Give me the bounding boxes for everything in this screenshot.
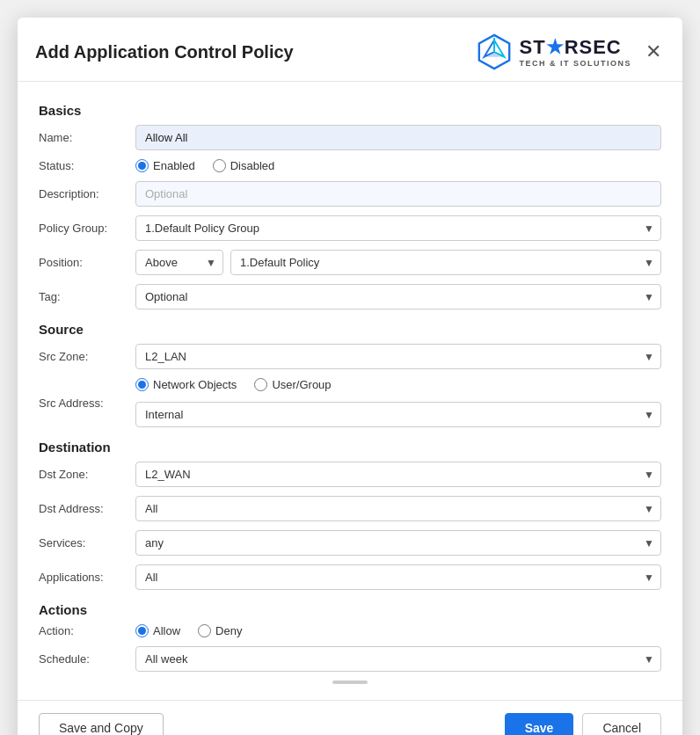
src-address-block: Network Objects User/Group Internal ▼ [135, 378, 661, 427]
position-control: Above ▼ 1.Default Policy ▼ [135, 250, 661, 275]
tag-row: Tag: Optional ▼ [39, 284, 661, 309]
dialog-body: Basics Name: Status: Enabled Disabled [18, 82, 682, 691]
actions-section-title: Actions [39, 602, 661, 617]
dst-address-select-wrapper: All ▼ [135, 496, 661, 521]
services-label: Services: [39, 536, 135, 549]
policy-group-row: Policy Group: 1.Default Policy Group ▼ [39, 215, 661, 241]
services-row: Services: any ▼ [39, 530, 661, 556]
action-deny-text: Deny [215, 624, 242, 637]
applications-label: Applications: [39, 571, 135, 584]
action-deny-radio[interactable] [198, 624, 211, 637]
src-address-label: Src Address: [39, 397, 135, 410]
dst-zone-select-wrapper: L2_WAN ▼ [135, 462, 661, 487]
dialog-title: Add Application Control Policy [35, 42, 294, 62]
tag-control: Optional ▼ [135, 284, 661, 309]
position-policy-select[interactable]: 1.Default Policy [230, 250, 661, 275]
services-select[interactable]: any [135, 530, 661, 556]
source-section-title: Source [39, 322, 661, 337]
src-zone-select[interactable]: L2_LAN [135, 344, 661, 369]
header-right: ST★RSEC TECH & IT SOLUTIONS ✕ [476, 33, 666, 70]
logo-star: ★ [546, 36, 565, 58]
src-addr-network-label[interactable]: Network Objects [135, 378, 237, 391]
action-allow-text: Allow [153, 624, 180, 637]
policy-group-label: Policy Group: [39, 222, 135, 235]
description-label: Description: [39, 187, 135, 200]
action-deny-label[interactable]: Deny [198, 624, 242, 637]
policy-group-control: 1.Default Policy Group ▼ [135, 215, 661, 241]
applications-row: Applications: All ▼ [39, 564, 661, 590]
dst-address-row: Dst Address: All ▼ [39, 496, 661, 521]
schedule-control: All week ▼ [135, 646, 661, 672]
action-row: Action: Allow Deny [39, 624, 661, 637]
services-select-wrapper: any ▼ [135, 530, 661, 556]
src-zone-label: Src Zone: [39, 350, 135, 363]
src-address-value-wrapper: Internal ▼ [135, 402, 661, 427]
dst-address-select[interactable]: All [135, 496, 661, 521]
policy-group-select-wrapper: 1.Default Policy Group ▼ [135, 215, 661, 241]
applications-control: All ▼ [135, 564, 661, 590]
action-control: Allow Deny [135, 624, 661, 637]
save-button[interactable]: Save [505, 713, 574, 735]
logo-text: ST★RSEC TECH & IT SOLUTIONS [520, 36, 632, 68]
schedule-label: Schedule: [39, 652, 135, 666]
dialog-header: Add Application Control Policy ST★RSEC T… [18, 18, 682, 82]
starsec-logo-icon [476, 33, 513, 70]
src-address-value-select[interactable]: Internal [135, 402, 661, 427]
tag-label: Tag: [39, 290, 135, 303]
logo-name: ST★RSEC [520, 36, 632, 59]
src-zone-control: L2_LAN ▼ [135, 344, 661, 369]
policy-group-select[interactable]: 1.Default Policy Group [135, 215, 661, 241]
src-zone-row: Src Zone: L2_LAN ▼ [39, 344, 661, 369]
schedule-row: Schedule: All week ▼ [39, 646, 661, 672]
src-addr-radio-group: Network Objects User/Group [135, 378, 661, 391]
position-selects: Above ▼ 1.Default Policy ▼ [135, 250, 661, 275]
save-copy-button[interactable]: Save and Copy [39, 713, 164, 735]
action-radio-group: Allow Deny [135, 624, 661, 637]
status-disabled-radio[interactable] [213, 159, 226, 172]
description-input[interactable] [135, 181, 661, 207]
src-addr-user-label[interactable]: User/Group [254, 378, 331, 391]
services-control: any ▼ [135, 530, 661, 556]
dst-zone-label: Dst Zone: [39, 468, 135, 481]
applications-select[interactable]: All [135, 564, 661, 590]
status-label: Status: [39, 159, 135, 172]
status-radio-group: Enabled Disabled [135, 159, 661, 172]
name-control [135, 125, 661, 150]
src-addr-network-text: Network Objects [153, 378, 237, 391]
description-control [135, 181, 661, 207]
schedule-select[interactable]: All week [135, 646, 661, 672]
src-addr-user-radio[interactable] [254, 378, 267, 391]
status-enabled-radio[interactable] [135, 159, 149, 172]
logo-sub: TECH & IT SOLUTIONS [520, 59, 632, 68]
logo-area: ST★RSEC TECH & IT SOLUTIONS [476, 33, 632, 70]
dialog-footer: Save and Copy Save Cancel [18, 700, 682, 735]
position-above-wrapper: Above ▼ [135, 250, 223, 275]
action-allow-radio[interactable] [135, 624, 149, 637]
name-input[interactable] [135, 125, 661, 150]
status-enabled-text: Enabled [153, 159, 195, 172]
status-enabled-label[interactable]: Enabled [135, 159, 195, 172]
close-button[interactable]: ✕ [642, 42, 665, 62]
src-addr-network-radio[interactable] [135, 378, 149, 391]
name-row: Name: [39, 125, 661, 150]
dst-address-control: All ▼ [135, 496, 661, 521]
description-row: Description: [39, 181, 661, 207]
dst-zone-row: Dst Zone: L2_WAN ▼ [39, 462, 661, 487]
position-row: Position: Above ▼ 1.Default Policy ▼ [39, 250, 661, 275]
dst-zone-select[interactable]: L2_WAN [135, 462, 661, 487]
src-zone-select-wrapper: L2_LAN ▼ [135, 344, 661, 369]
scroll-indicator [332, 680, 368, 684]
position-policy-wrapper: 1.Default Policy ▼ [230, 250, 661, 275]
tag-select[interactable]: Optional [135, 284, 661, 309]
position-above-select[interactable]: Above [135, 250, 223, 275]
cancel-button[interactable]: Cancel [582, 713, 661, 735]
action-allow-label[interactable]: Allow [135, 624, 180, 637]
status-disabled-label[interactable]: Disabled [213, 159, 275, 172]
dst-address-label: Dst Address: [39, 502, 135, 515]
tag-select-wrapper: Optional ▼ [135, 284, 661, 309]
position-label: Position: [39, 256, 135, 269]
status-row: Status: Enabled Disabled [39, 159, 661, 172]
action-label: Action: [39, 624, 135, 637]
schedule-select-wrapper: All week ▼ [135, 646, 661, 672]
applications-select-wrapper: All ▼ [135, 564, 661, 590]
